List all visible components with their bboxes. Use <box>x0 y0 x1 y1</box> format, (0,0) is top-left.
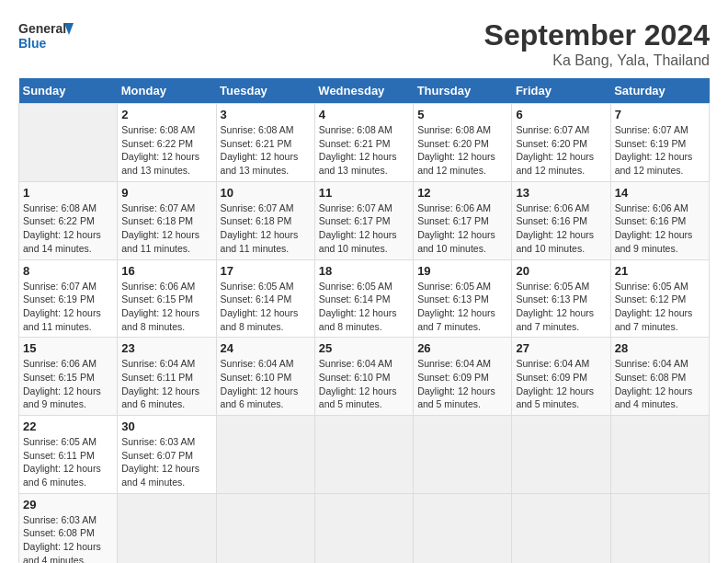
calendar-cell: 1Sunrise: 6:08 AM Sunset: 6:22 PM Daylig… <box>19 181 118 259</box>
day-number: 13 <box>516 186 606 200</box>
day-number: 12 <box>417 186 507 200</box>
day-info: Sunrise: 6:05 AM Sunset: 6:13 PM Dayligh… <box>417 280 507 334</box>
day-number: 9 <box>121 186 211 200</box>
calendar-cell: 24Sunrise: 6:04 AM Sunset: 6:10 PM Dayli… <box>216 338 314 416</box>
calendar-cell: 20Sunrise: 6:05 AM Sunset: 6:13 PM Dayli… <box>512 259 610 338</box>
day-number: 19 <box>417 264 507 278</box>
day-info: Sunrise: 6:04 AM Sunset: 6:09 PM Dayligh… <box>516 357 606 411</box>
page-subtitle: Ka Bang, Yala, Thailand <box>484 52 710 69</box>
title-area: September 2024 Ka Bang, Yala, Thailand <box>484 18 710 69</box>
day-info: Sunrise: 6:06 AM Sunset: 6:15 PM Dayligh… <box>121 280 211 334</box>
day-info: Sunrise: 6:05 AM Sunset: 6:14 PM Dayligh… <box>221 280 311 334</box>
calendar-cell: 17Sunrise: 6:05 AM Sunset: 6:14 PM Dayli… <box>216 259 314 338</box>
day-info: Sunrise: 6:08 AM Sunset: 6:22 PM Dayligh… <box>121 123 211 178</box>
day-number: 15 <box>23 341 113 355</box>
calendar-cell: 27Sunrise: 6:04 AM Sunset: 6:09 PM Dayli… <box>512 338 610 416</box>
calendar-cell: 9Sunrise: 6:07 AM Sunset: 6:18 PM Daylig… <box>118 181 216 259</box>
day-info: Sunrise: 6:04 AM Sunset: 6:10 PM Dayligh… <box>319 357 409 411</box>
day-info: Sunrise: 6:07 AM Sunset: 6:20 PM Dayligh… <box>516 123 606 178</box>
day-number: 27 <box>516 341 606 355</box>
day-number: 11 <box>319 186 409 200</box>
calendar-cell: 11Sunrise: 6:07 AM Sunset: 6:17 PM Dayli… <box>314 181 413 259</box>
day-info: Sunrise: 6:04 AM Sunset: 6:09 PM Dayligh… <box>417 357 507 411</box>
day-number: 24 <box>221 341 311 355</box>
day-info: Sunrise: 6:06 AM Sunset: 6:17 PM Dayligh… <box>417 201 507 256</box>
calendar-cell <box>610 493 709 563</box>
calendar-cell: 2Sunrise: 6:08 AM Sunset: 6:22 PM Daylig… <box>118 104 216 182</box>
day-number: 22 <box>23 419 113 433</box>
day-info: Sunrise: 6:06 AM Sunset: 6:16 PM Dayligh… <box>615 201 705 256</box>
calendar-cell: 22Sunrise: 6:05 AM Sunset: 6:11 PM Dayli… <box>19 416 118 494</box>
calendar-cell: 8Sunrise: 6:07 AM Sunset: 6:19 PM Daylig… <box>19 259 118 338</box>
day-info: Sunrise: 6:08 AM Sunset: 6:21 PM Dayligh… <box>319 123 409 178</box>
day-info: Sunrise: 6:08 AM Sunset: 6:20 PM Dayligh… <box>417 123 507 178</box>
day-info: Sunrise: 6:07 AM Sunset: 6:17 PM Dayligh… <box>319 201 409 256</box>
calendar-cell: 29Sunrise: 6:03 AM Sunset: 6:08 PM Dayli… <box>19 493 118 563</box>
day-number: 29 <box>23 498 113 511</box>
column-header-sunday: Sunday <box>19 78 118 104</box>
day-number: 8 <box>23 264 113 278</box>
day-number: 18 <box>319 264 409 278</box>
day-number: 23 <box>121 341 211 355</box>
calendar-week-1: 1Sunrise: 6:08 AM Sunset: 6:22 PM Daylig… <box>19 181 710 259</box>
day-number: 7 <box>615 108 705 121</box>
calendar-cell: 23Sunrise: 6:04 AM Sunset: 6:11 PM Dayli… <box>118 338 216 416</box>
day-info: Sunrise: 6:04 AM Sunset: 6:08 PM Dayligh… <box>615 357 705 411</box>
column-header-wednesday: Wednesday <box>314 78 413 104</box>
calendar-cell: 18Sunrise: 6:05 AM Sunset: 6:14 PM Dayli… <box>314 259 413 338</box>
day-info: Sunrise: 6:07 AM Sunset: 6:18 PM Dayligh… <box>221 201 311 256</box>
logo: General Blue <box>18 18 74 60</box>
calendar-week-2: 8Sunrise: 6:07 AM Sunset: 6:19 PM Daylig… <box>19 259 710 338</box>
calendar-cell: 13Sunrise: 6:06 AM Sunset: 6:16 PM Dayli… <box>512 181 610 259</box>
column-header-monday: Monday <box>118 78 216 104</box>
day-number: 3 <box>221 108 311 121</box>
column-header-tuesday: Tuesday <box>216 78 314 104</box>
day-info: Sunrise: 6:07 AM Sunset: 6:19 PM Dayligh… <box>23 280 113 334</box>
calendar-cell <box>314 493 413 563</box>
calendar-cell: 3Sunrise: 6:08 AM Sunset: 6:21 PM Daylig… <box>216 104 314 182</box>
day-number: 1 <box>23 186 113 200</box>
calendar-cell: 16Sunrise: 6:06 AM Sunset: 6:15 PM Dayli… <box>118 259 216 338</box>
day-info: Sunrise: 6:05 AM Sunset: 6:11 PM Dayligh… <box>23 435 113 489</box>
calendar-week-0: 2Sunrise: 6:08 AM Sunset: 6:22 PM Daylig… <box>19 104 710 182</box>
day-number: 30 <box>121 419 211 433</box>
column-header-thursday: Thursday <box>414 78 512 104</box>
day-number: 4 <box>319 108 409 121</box>
calendar-cell: 7Sunrise: 6:07 AM Sunset: 6:19 PM Daylig… <box>610 104 709 182</box>
calendar-cell: 19Sunrise: 6:05 AM Sunset: 6:13 PM Dayli… <box>414 259 512 338</box>
day-info: Sunrise: 6:08 AM Sunset: 6:22 PM Dayligh… <box>23 201 113 256</box>
calendar-cell <box>414 493 512 563</box>
calendar-cell <box>216 416 314 494</box>
day-info: Sunrise: 6:07 AM Sunset: 6:18 PM Dayligh… <box>121 201 211 256</box>
day-info: Sunrise: 6:05 AM Sunset: 6:13 PM Dayligh… <box>516 280 606 334</box>
calendar-cell <box>610 416 709 494</box>
calendar-cell: 6Sunrise: 6:07 AM Sunset: 6:20 PM Daylig… <box>512 104 610 182</box>
day-number: 2 <box>121 108 211 121</box>
calendar-week-3: 15Sunrise: 6:06 AM Sunset: 6:15 PM Dayli… <box>19 338 710 416</box>
page-header: General Blue September 2024 Ka Bang, Yal… <box>18 18 710 69</box>
calendar-cell <box>512 416 610 494</box>
logo-svg: General Blue <box>18 18 74 60</box>
column-header-friday: Friday <box>512 78 610 104</box>
calendar-cell <box>216 493 314 563</box>
calendar-header-row: SundayMondayTuesdayWednesdayThursdayFrid… <box>19 78 710 104</box>
calendar-cell: 28Sunrise: 6:04 AM Sunset: 6:08 PM Dayli… <box>610 338 709 416</box>
day-number: 17 <box>221 264 311 278</box>
column-header-saturday: Saturday <box>610 78 709 104</box>
day-number: 5 <box>417 108 507 121</box>
day-number: 6 <box>516 108 606 121</box>
day-number: 21 <box>615 264 705 278</box>
calendar-cell: 15Sunrise: 6:06 AM Sunset: 6:15 PM Dayli… <box>19 338 118 416</box>
calendar-cell: 4Sunrise: 6:08 AM Sunset: 6:21 PM Daylig… <box>314 104 413 182</box>
day-info: Sunrise: 6:03 AM Sunset: 6:07 PM Dayligh… <box>121 435 211 489</box>
day-number: 16 <box>121 264 211 278</box>
svg-text:Blue: Blue <box>18 36 47 51</box>
calendar-cell: 5Sunrise: 6:08 AM Sunset: 6:20 PM Daylig… <box>414 104 512 182</box>
day-number: 25 <box>319 341 409 355</box>
calendar-cell <box>314 416 413 494</box>
day-number: 26 <box>417 341 507 355</box>
calendar-cell <box>414 416 512 494</box>
day-info: Sunrise: 6:06 AM Sunset: 6:16 PM Dayligh… <box>516 201 606 256</box>
svg-text:General: General <box>18 21 66 36</box>
calendar-week-4: 22Sunrise: 6:05 AM Sunset: 6:11 PM Dayli… <box>19 416 710 494</box>
